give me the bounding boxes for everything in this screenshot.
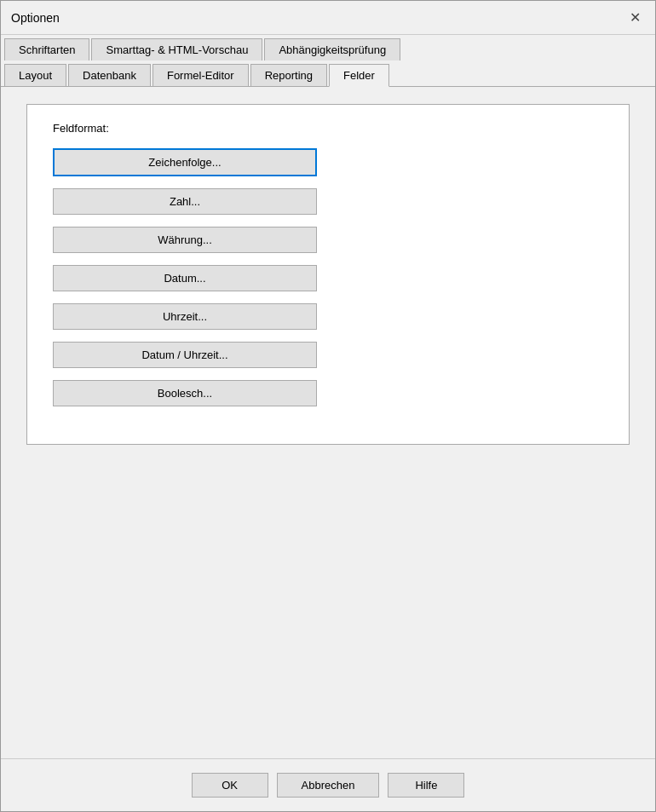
tabs-container: Schriftarten Smarttag- & HTML-Vorschau A…: [1, 35, 655, 87]
button-datum-uhrzeit[interactable]: Datum / Uhrzeit...: [53, 342, 317, 368]
tab-layout[interactable]: Layout: [4, 64, 66, 86]
tab-smarttag[interactable]: Smarttag- & HTML-Vorschau: [91, 38, 262, 60]
button-boolesch[interactable]: Boolesch...: [53, 380, 317, 406]
tab-abhaengigkeit[interactable]: Abhängigkeitsprüfung: [264, 38, 400, 60]
title-bar: Optionen ✕: [1, 1, 655, 35]
footer: OK Abbrechen Hilfe: [1, 758, 655, 811]
dialog-window: Optionen ✕ Schriftarten Smarttag- & HTML…: [0, 0, 656, 812]
tab-formel[interactable]: Formel-Editor: [152, 64, 249, 86]
button-zahl[interactable]: Zahl...: [53, 188, 317, 215]
abbrechen-button[interactable]: Abbrechen: [277, 773, 380, 798]
fieldformat-label: Feldformat:: [53, 122, 603, 135]
button-datum[interactable]: Datum...: [53, 265, 317, 291]
button-uhrzeit[interactable]: Uhrzeit...: [53, 303, 317, 330]
button-zeichenfolge[interactable]: Zeichenfolge...: [53, 148, 317, 176]
window-title: Optionen: [11, 11, 60, 25]
content-area: Feldformat: Zeichenfolge... Zahl... Währ…: [1, 87, 655, 758]
fieldformat-group: Feldformat: Zeichenfolge... Zahl... Währ…: [26, 104, 630, 445]
tabs-row-1: Schriftarten Smarttag- & HTML-Vorschau A…: [1, 35, 655, 60]
tab-reporting[interactable]: Reporting: [250, 64, 327, 86]
ok-button[interactable]: OK: [192, 773, 268, 798]
hilfe-button[interactable]: Hilfe: [388, 773, 464, 798]
tab-datenbank[interactable]: Datenbank: [68, 64, 151, 86]
tabs-row-2: Layout Datenbank Formel-Editor Reporting…: [1, 60, 655, 86]
close-button[interactable]: ✕: [624, 8, 645, 28]
button-waehrung[interactable]: Währung...: [53, 227, 317, 253]
tab-schriftarten[interactable]: Schriftarten: [4, 38, 89, 60]
tab-felder[interactable]: Felder: [329, 64, 389, 87]
